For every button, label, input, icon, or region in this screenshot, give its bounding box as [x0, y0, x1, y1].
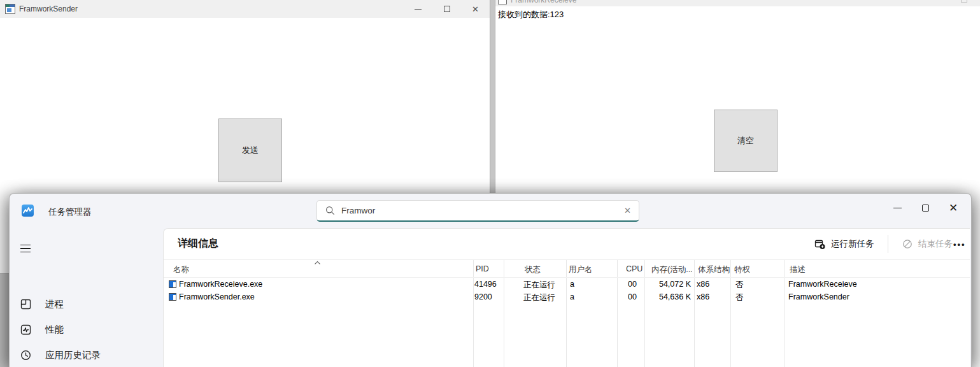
column-header-elevated[interactable]: 特权	[734, 264, 750, 275]
sort-ascending-icon	[314, 261, 321, 265]
page-title: 详细信息	[178, 237, 218, 250]
end-task-label: 结束任务	[918, 238, 953, 250]
minimize-icon	[415, 9, 422, 10]
details-pane: 详细信息 运行新任务 结束任务 •••	[163, 228, 970, 367]
cell-name: FramworkSender.exe	[179, 292, 255, 301]
cell-name: FramworkReceieve.exe	[179, 280, 262, 289]
clear-search-icon[interactable]: ✕	[624, 206, 631, 215]
column-header-name[interactable]: 名称	[173, 264, 189, 275]
column-header-memory[interactable]: 内存(活动...	[651, 264, 693, 275]
column-header-cpu[interactable]: CPU	[626, 264, 643, 273]
receiver-window-title: FramworkReceieve	[511, 0, 576, 4]
process-app-icon	[169, 293, 176, 301]
cell-architecture: x86	[697, 280, 709, 289]
column-header-pid[interactable]: PID	[476, 264, 489, 273]
sender-window-title: FramworkSender	[19, 4, 78, 13]
performance-icon	[20, 324, 31, 335]
cell-memory: 54,072 K	[645, 280, 691, 289]
cell-pid: 9200	[474, 292, 492, 301]
task-manager-sidebar: 进程 性能 应用历史记录 启动应用	[10, 228, 163, 367]
sidebar-item-app-history[interactable]: 应用历史记录	[10, 342, 163, 367]
sidebar-item-label: 进程	[45, 298, 64, 310]
minimize-button[interactable]	[404, 0, 432, 18]
navigation-menu-button[interactable]	[20, 239, 39, 258]
cell-memory: 54,636 K	[645, 292, 691, 301]
sidebar-item-label: 性能	[45, 324, 64, 336]
table-header: 名称 PID 状态 用户名 CPU 内存(活动... 体系结构 特权 描述	[164, 260, 970, 277]
end-task-icon	[902, 239, 913, 249]
details-table: 名称 PID 状态 用户名 CPU 内存(活动... 体系结构 特权 描述 Fr…	[164, 259, 970, 367]
maximize-icon	[444, 6, 450, 12]
minimize-icon	[893, 208, 902, 208]
process-app-icon	[169, 280, 176, 288]
sidebar-item-performance[interactable]: 性能	[10, 317, 163, 342]
maximize-icon	[922, 205, 929, 212]
close-icon: ✕	[949, 201, 958, 215]
task-manager-title: 任务管理器	[48, 206, 92, 218]
search-icon	[325, 206, 335, 215]
task-manager-titlebar[interactable]: 任务管理器 ✕ ✕	[10, 194, 971, 228]
column-header-architecture[interactable]: 体系结构	[698, 264, 730, 275]
column-header-status[interactable]: 状态	[525, 264, 541, 275]
run-new-task-label: 运行新任务	[831, 238, 874, 250]
task-manager-window: 任务管理器 ✕ ✕ 进程 性能	[9, 193, 972, 367]
close-button[interactable]: ✕	[939, 198, 967, 218]
close-button[interactable]: ✕	[461, 0, 490, 18]
cell-cpu: 00	[628, 280, 637, 289]
history-clock-icon	[20, 350, 31, 361]
cell-architecture: x86	[697, 292, 709, 301]
sidebar-item-processes[interactable]: 进程	[10, 291, 163, 317]
sender-titlebar[interactable]: FramworkSender ✕	[0, 0, 490, 18]
column-header-user[interactable]: 用户名	[569, 264, 593, 275]
cell-description: FramworkSender	[788, 292, 849, 301]
cell-status: 正在运行	[523, 280, 555, 291]
run-new-task-icon	[814, 239, 825, 250]
cell-elevated: 否	[735, 292, 744, 303]
run-new-task-button[interactable]: 运行新任务	[809, 234, 879, 254]
search-input[interactable]	[341, 206, 624, 215]
column-header-description[interactable]: 描述	[790, 264, 806, 275]
search-box[interactable]: ✕	[316, 200, 639, 222]
maximize-button[interactable]	[432, 0, 461, 18]
maximize-icon[interactable]	[961, 0, 967, 3]
cell-description: FramworkReceieve	[788, 280, 857, 289]
details-toolbar: 详细信息 运行新任务 结束任务 •••	[164, 229, 970, 259]
more-options-button[interactable]: •••	[948, 234, 971, 254]
cell-elevated: 否	[735, 280, 744, 291]
app-window-icon	[498, 0, 507, 4]
table-row[interactable]: FramworkSender.exe 9200 正在运行 a 00 54,636…	[164, 291, 970, 303]
minimize-button[interactable]	[883, 198, 911, 218]
received-data-label: 接收到的数据:123	[498, 9, 564, 20]
cell-pid: 41496	[474, 280, 497, 289]
receiver-titlebar[interactable]: FramworkReceieve	[495, 0, 980, 6]
cell-status: 正在运行	[523, 292, 555, 303]
app-window-icon	[5, 4, 15, 14]
cell-user: a	[570, 280, 574, 289]
send-button[interactable]: 发送	[218, 119, 282, 182]
clear-button[interactable]: 清空	[714, 110, 778, 172]
table-row[interactable]: FramworkReceieve.exe 41496 正在运行 a 00 54,…	[164, 278, 970, 291]
task-manager-app-icon	[22, 205, 34, 217]
maximize-button[interactable]	[911, 198, 939, 218]
processes-icon	[20, 299, 31, 310]
close-icon: ✕	[472, 5, 479, 13]
cell-cpu: 00	[628, 292, 637, 301]
toolbar-divider	[888, 235, 888, 253]
cell-user: a	[570, 292, 574, 301]
sidebar-item-label: 应用历史记录	[45, 349, 101, 361]
